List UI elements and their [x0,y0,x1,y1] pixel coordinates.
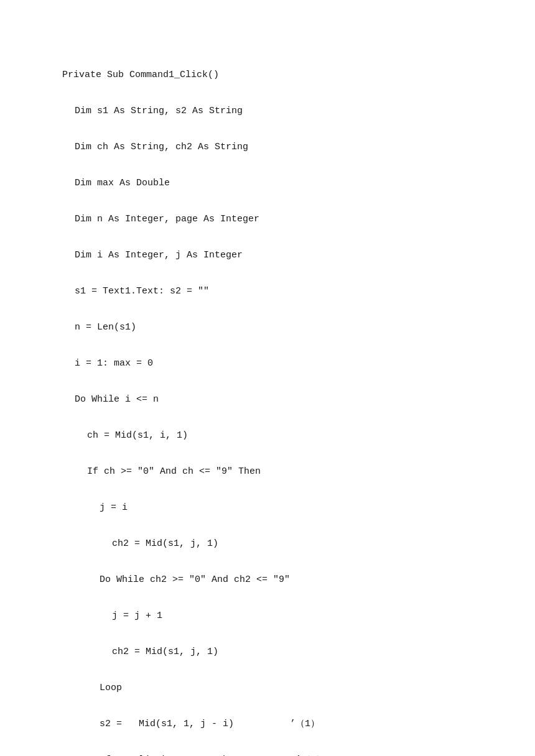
code-line [62,698,473,714]
code-line: Loop [62,680,473,696]
code-line [62,193,473,210]
code-line: Dim ch As String, ch2 As String [62,139,473,155]
code-line: ch = Mid(s1, i, 1) [62,427,473,444]
code-line [62,481,473,498]
code-line: ch2 = Mid(s1, j, 1) [62,643,473,660]
code-line: s2 = Mid(s1, 1, j - i) ’（1） [62,716,473,732]
code-line [62,734,473,750]
code-line [62,157,473,173]
code-line [62,85,473,101]
code-line [62,121,473,137]
code-line [62,301,473,318]
code-line [62,229,473,246]
code-line [62,625,473,642]
code-line: Dim n As Integer, page As Integer [62,211,473,228]
code-line: If ch >= "0" And ch <= "9" Then [62,463,473,480]
code-line: If Val(s2) < max Then ’（2） [62,752,473,756]
code-line [62,445,473,462]
code-line [62,589,473,606]
code-line: n = Len(s1) [62,319,473,336]
code-line [62,517,473,534]
code-line: Dim s1 As String, s2 As String [62,103,473,119]
code-line [62,553,473,570]
code-line: j = i [62,499,473,516]
code-line [62,409,473,426]
code-line: Do While ch2 >= "0" And ch2 <= "9" [62,571,473,588]
code-line: Dim i As Integer, j As Integer [62,247,473,264]
code-line: Dim max As Double [62,175,473,191]
code-line: Do While i <= n [62,391,473,408]
code-container: Private Sub Command1_Click() Dim s1 As S… [62,50,473,756]
code-line [62,337,473,354]
code-line [62,265,473,282]
code-line: Private Sub Command1_Click() [62,67,473,83]
code-line [62,662,473,678]
code-line: ch2 = Mid(s1, j, 1) [62,535,473,552]
code-line [62,373,473,390]
code-line: j = j + 1 [62,607,473,624]
code-line: i = 1: max = 0 [62,355,473,372]
code-line: s1 = Text1.Text: s2 = "" [62,283,473,300]
